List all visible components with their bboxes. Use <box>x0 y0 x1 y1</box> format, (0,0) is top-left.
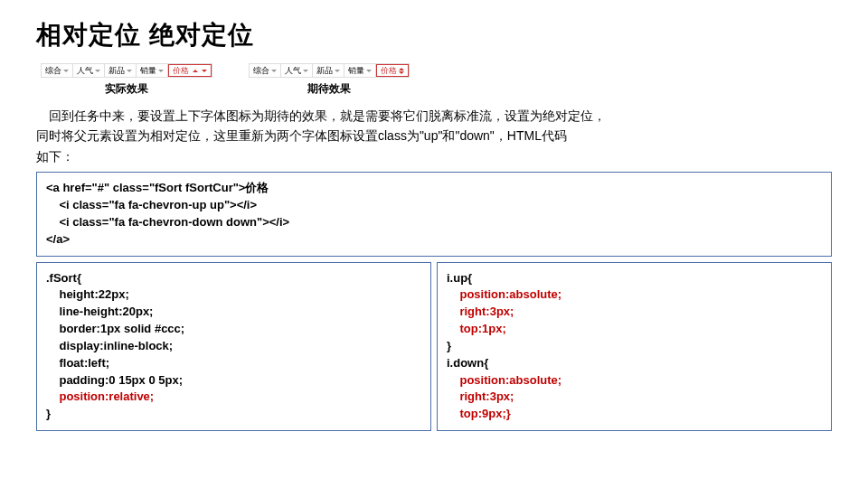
tab-item: 销量 <box>344 64 376 77</box>
code-html: <a href="#" class="fSort fSortCur">价格 <i… <box>36 172 832 256</box>
figure-row: 综合 人气 新品 销量 价格 实际效果 综合 人气 新品 销量 价格 期待效果 <box>41 63 832 97</box>
tab-item: 销量 <box>137 64 168 77</box>
tab-item: 人气 <box>281 64 313 77</box>
tab-item: 综合 <box>250 64 281 77</box>
tab-item: 综合 <box>42 64 73 77</box>
tab-item: 新品 <box>105 64 137 77</box>
figure-actual: 综合 人气 新品 销量 价格 实际效果 <box>41 63 212 97</box>
page-title: 相对定位 绝对定位 <box>36 18 832 52</box>
tab-item: 人气 <box>73 64 105 77</box>
tab-item: 新品 <box>313 64 344 77</box>
body-paragraph: 回到任务中来，要设置上下字体图标为期待的效果，就是需要将它们脱离标准流，设置为绝… <box>36 106 832 166</box>
tab-item-price: 价格 <box>376 64 409 77</box>
caption-expected: 期待效果 <box>307 81 351 97</box>
tabs-expected: 综合 人气 新品 销量 价格 <box>249 63 410 78</box>
code-css-updown: i.up{ position:absolute; right:3px; top:… <box>437 262 832 432</box>
tabs-actual: 综合 人气 新品 销量 价格 <box>41 63 212 78</box>
tab-item-price: 价格 <box>168 64 212 77</box>
code-css-fsort: .fSort{ height:22px; line-height:20px; b… <box>36 262 431 432</box>
figure-expected: 综合 人气 新品 销量 价格 期待效果 <box>249 63 410 97</box>
caption-actual: 实际效果 <box>105 81 148 97</box>
code-css-row: .fSort{ height:22px; line-height:20px; b… <box>36 262 832 437</box>
